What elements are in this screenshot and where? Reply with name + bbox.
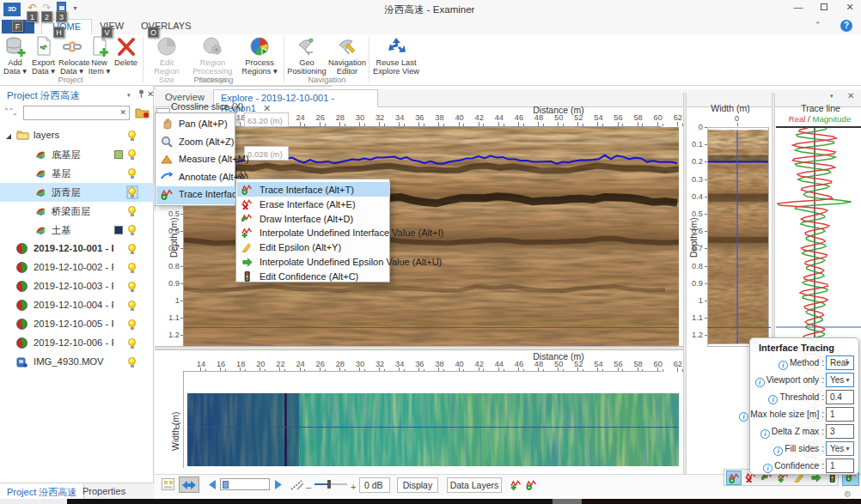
popup-select[interactable]: Yes▼ [826,441,854,456]
region-processing-settings-button[interactable]: Region Processing Settings [188,35,237,78]
pan-mode-button[interactable] [179,477,199,493]
visibility-bulb-icon[interactable] [128,131,137,141]
close-button[interactable]: ✕ [842,2,858,14]
popup-select[interactable]: Real▼ [826,355,854,370]
popup-title: Interface Tracing [750,338,858,353]
process-regions-button[interactable]: Process Regions ▾ [238,35,281,78]
edit-region-size-button[interactable]: Edit Region Size [146,35,187,78]
tree-item-2019-12-10-001---Region1[interactable]: 2019-12-10-001 - Region1 [0,240,154,258]
popup-select[interactable]: Yes▼ [826,373,854,387]
popup-input[interactable]: 3 [826,424,854,439]
menu-item-trace-interface[interactable]: Trace Interface (Alt+T) [156,186,235,204]
reuse-last-explore-view-button[interactable]: Reuse Last Explore View [372,35,420,78]
menu-item-edit-confidence[interactable]: Edit Confidence (Alt+C) [237,269,390,283]
visibility-bulb-icon[interactable] [128,168,137,179]
settings-gear-icon[interactable]: ⚙ [844,489,852,499]
depth-crosshair-line[interactable] [184,327,679,328]
export-data-button[interactable]: Export Data ▾ [30,35,57,78]
tree-item-2019-12-10-002---Region1[interactable]: 2019-12-10-002 - Region1 [0,258,154,277]
layout-grid-icon[interactable] [162,478,174,490]
filter-folder-icon[interactable] [135,106,150,120]
restore-button[interactable] [816,2,832,14]
crossline-image[interactable] [707,127,769,347]
tree-item-layers[interactable]: layers [0,126,154,145]
trace-interface-tool-button[interactable] [726,471,742,485]
geo-positioning-button[interactable]: Geo Positioning [287,35,327,78]
sidebar-dropdown-icon[interactable]: ▾ [127,92,131,99]
tree-item-2019-12-10-006---Region1[interactable]: 2019-12-10-006 - Region1 [0,334,154,353]
tree-item-2019-12-10-003---Region1[interactable]: 2019-12-10-003 - Region1 [0,277,154,296]
visibility-bulb-icon[interactable] [128,263,137,273]
tab-overlays[interactable]: OVERLAYS [131,19,202,34]
menu-item-trace-interface[interactable]: Trace Interface (Alt+T) [237,182,390,197]
plan-view-heatmap[interactable] [187,393,679,466]
popup-input[interactable]: 1 [826,458,854,473]
menu-item-edit-epsilon[interactable]: Edit Epsilon (Alt+Y) [237,240,390,254]
menu-item-annotate[interactable]: Annotate (Alt+A) [156,169,235,187]
tree-item-底基层[interactable]: 底基层 [0,145,154,164]
new-item-button[interactable]: New Item ▾ [87,35,112,78]
data-layers-button[interactable]: Data Layers [447,477,502,493]
visibility-bulb-icon[interactable] [128,357,137,367]
panel-dropdown-icon[interactable]: ▾ [830,93,834,100]
minimize-button[interactable]: — [791,2,806,14]
tab-project[interactable]: Project 汾西高速 [0,483,84,501]
tree-item-沥青层[interactable]: 沥青层 [0,183,154,202]
pin-icon[interactable] [137,89,145,100]
panel-close-icon[interactable]: ✕ [847,91,854,100]
search-input[interactable] [24,106,117,119]
layer-color-swatch[interactable] [114,150,123,159]
scroll-right-icon[interactable] [273,479,284,492]
menu-item-interpolate-interface[interactable]: Interpolate Undefined Interface Value (A… [237,225,390,240]
visibility-bulb-icon[interactable] [128,319,137,330]
gain-slider[interactable] [314,483,347,485]
display-button[interactable]: Display [397,477,438,493]
menu-item-pan[interactable]: Pan (Alt+P) [156,116,235,134]
tree-item-IMG_4930-MOV[interactable]: IMG_4930.MOV [0,353,154,372]
menu-item-erase-interface[interactable]: Erase Interface (Alt+E) [237,197,390,211]
map-crosshair-line[interactable] [187,427,679,428]
search-box[interactable]: ✕ [23,106,130,120]
tree-item-基层[interactable]: 基层 [0,164,154,183]
layer-color-swatch[interactable] [114,226,123,234]
menu-item-zoom[interactable]: Zoom (Alt+Z) [156,134,235,152]
search-clear-icon[interactable]: ✕ [119,108,126,117]
gain-value-box[interactable]: 0 dB [359,477,390,493]
ribbon-collapse-icon[interactable]: ⌃ [815,21,821,29]
tree-item-土基[interactable]: 土基 [0,221,154,240]
gain-plus-icon[interactable]: + [351,482,356,492]
visibility-bulb-icon[interactable] [128,206,137,216]
tree-item-2019-12-10-005---Region1[interactable]: 2019-12-10-005 - Region1 [0,315,154,334]
delete-button[interactable]: Delete [113,35,139,78]
tree-item-2019-12-10-004---Region1[interactable]: 2019-12-10-004 - Region1 [0,296,154,315]
visibility-bulb-icon[interactable] [128,282,137,292]
scroll-left-icon[interactable] [206,479,217,492]
help-icon[interactable]: ? [840,20,852,32]
qat-dropdown-button[interactable]: ▾ [69,2,82,15]
gain-minus-icon[interactable]: – [306,482,311,492]
visibility-bulb-icon[interactable] [128,187,137,197]
visibility-bulb-icon[interactable] [128,338,137,349]
position-scrollbar[interactable] [220,478,270,490]
app-icon[interactable]: 3D [3,3,21,16]
navigation-editor-button[interactable]: Navigation Editor [327,35,367,78]
tree-expander-icon[interactable] [6,134,11,139]
tab-properties[interactable]: Properties [76,483,132,501]
menu-item-measure[interactable]: Measure (Alt+M) [156,151,235,169]
popup-input[interactable]: 1 [826,407,854,422]
menu-item-interpolate-epsilon[interactable]: Interpolate Undefined Epsilon Value (Alt… [237,254,390,269]
add-data-button[interactable]: Add Data ▾ [2,35,28,78]
visibility-bulb-icon[interactable] [128,244,137,254]
tree-item-桥梁面层[interactable]: 桥梁面层 [0,202,154,221]
visibility-bulb-icon[interactable] [128,301,137,311]
relocate-data-button[interactable]: Relocate Data ▾ [58,35,85,78]
expand-all-icon[interactable]: ⌄ [12,109,18,117]
annotate-icon [161,171,173,183]
visibility-bulb-icon[interactable] [128,225,137,235]
popup-input[interactable]: 0.4 [826,390,854,404]
visibility-bulb-icon[interactable] [128,149,137,160]
gain-curve-icon[interactable] [290,478,304,493]
horizontal-splitter[interactable] [155,346,684,350]
sidebar-close-icon[interactable]: ✕ [147,89,154,99]
menu-item-draw-interface[interactable]: Draw Interface (Alt+D) [237,211,390,226]
